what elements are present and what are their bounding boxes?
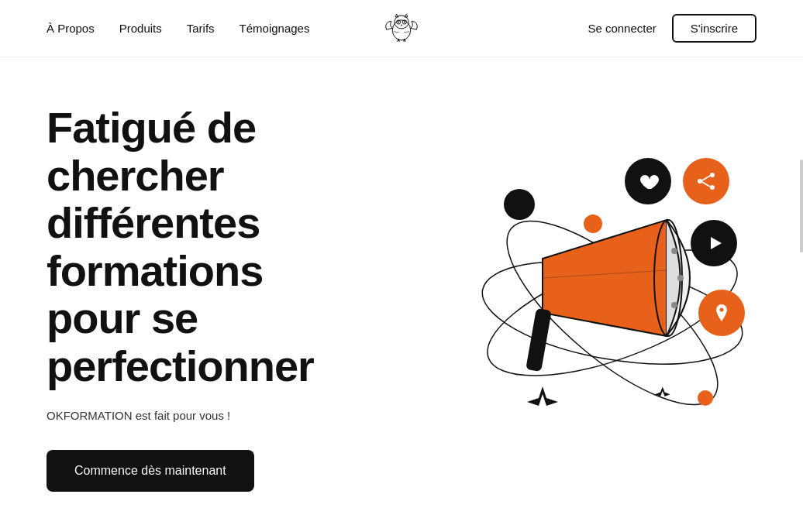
svg-point-13 (677, 275, 684, 281)
hero-text: Fatigué de chercher différentes formatio… (47, 104, 434, 492)
navbar: À ProposProduitsTarifsTémoignages (0, 0, 803, 57)
svg-point-14 (671, 302, 677, 308)
heart-icon (625, 158, 671, 204)
share-icon (683, 158, 729, 204)
nav-link-pricing[interactable]: Tarifs (187, 22, 215, 35)
nav-links: À ProposProduitsTarifsTémoignages (47, 22, 309, 35)
hero-title: Fatigué de chercher différentes formatio… (47, 104, 434, 390)
hero-cta-button[interactable]: Commence dès maintenant (47, 450, 254, 492)
nav-link-about[interactable]: À Propos (47, 22, 95, 35)
scrollbar (800, 160, 803, 252)
svg-point-24 (720, 308, 724, 312)
nav-link-testimonials[interactable]: Témoignages (240, 22, 310, 35)
svg-point-20 (710, 185, 715, 190)
svg-point-15 (504, 189, 535, 220)
svg-line-21 (702, 176, 710, 180)
logo[interactable] (381, 12, 422, 46)
nav-link-products[interactable]: Produits (119, 22, 162, 35)
login-link[interactable]: Se connecter (588, 22, 656, 35)
location-icon (698, 290, 745, 336)
hero-section: Fatigué de chercher différentes formatio… (0, 57, 803, 523)
signup-button[interactable]: S'inscrire (672, 14, 756, 43)
nav-auth: Se connecter S'inscrire (588, 14, 756, 43)
svg-rect-10 (526, 308, 552, 372)
svg-point-5 (404, 21, 405, 22)
svg-point-4 (398, 21, 399, 22)
svg-marker-23 (711, 237, 722, 249)
logos-bar: AApAd W PsAi (0, 523, 803, 532)
svg-point-0 (392, 19, 410, 39)
svg-point-16 (584, 215, 602, 233)
svg-point-17 (698, 390, 713, 406)
svg-line-22 (702, 182, 710, 187)
svg-point-19 (698, 179, 702, 184)
hero-illustration (434, 142, 756, 452)
play-icon (691, 220, 737, 266)
svg-point-18 (710, 173, 715, 177)
svg-point-12 (671, 248, 677, 254)
hero-subtitle: OKFORMATION est fait pour vous ! (47, 409, 434, 422)
